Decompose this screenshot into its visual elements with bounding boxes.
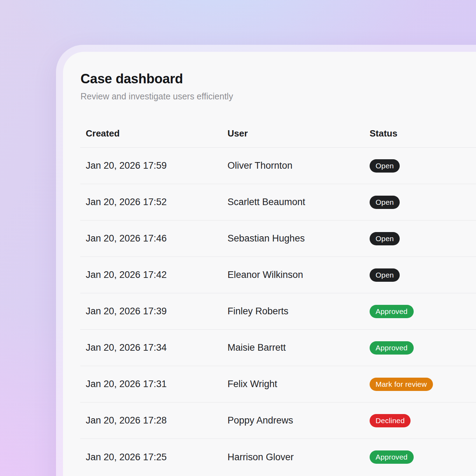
table-header-row: CreatedUserStatus (80, 120, 476, 148)
cell-status: Open (370, 196, 476, 209)
status-badge: Open (370, 232, 400, 245)
cell-created: Jan 20, 2026 17:31 (80, 379, 227, 390)
cell-status: Approved (370, 341, 476, 355)
cell-user: Poppy Andrews (227, 415, 370, 426)
column-header-created: Created (80, 128, 227, 139)
cell-created: Jan 20, 2026 17:42 (80, 270, 227, 280)
status-badge: Open (370, 196, 400, 209)
cell-created: Jan 20, 2026 17:34 (80, 342, 227, 353)
status-badge: Approved (370, 305, 414, 318)
cell-status: Open (370, 159, 476, 173)
status-badge: Declined (370, 414, 411, 427)
table-row[interactable]: Jan 20, 2026 17:59Oliver ThorntonOpen (80, 148, 476, 184)
cell-user: Harrison Glover (227, 452, 370, 463)
cell-created: Jan 20, 2026 17:25 (80, 452, 227, 463)
cell-created: Jan 20, 2026 17:59 (80, 160, 227, 171)
status-badge: Mark for review (370, 378, 433, 391)
cell-user: Maisie Barrett (227, 342, 370, 353)
table-row[interactable]: Jan 20, 2026 17:31Felix WrightMark for r… (80, 366, 476, 402)
card-halo: Case dashboard Review and investigate us… (56, 45, 476, 476)
case-dashboard-card: Case dashboard Review and investigate us… (63, 52, 476, 476)
cell-status: Mark for review (370, 378, 476, 391)
cell-status: Open (370, 268, 476, 282)
status-badge: Open (370, 159, 400, 173)
cell-user: Finley Roberts (227, 306, 370, 317)
cell-status: Approved (370, 305, 476, 318)
page-title: Case dashboard (80, 71, 476, 87)
cases-table: CreatedUserStatus Jan 20, 2026 17:59Oliv… (80, 120, 476, 475)
cell-status: Open (370, 232, 476, 245)
cell-status: Declined (370, 414, 476, 427)
status-badge: Approved (370, 341, 414, 355)
status-badge: Open (370, 268, 400, 282)
cell-status: Approved (370, 450, 476, 464)
cell-user: Eleanor Wilkinson (227, 270, 370, 280)
cell-user: Oliver Thornton (227, 160, 370, 171)
cell-created: Jan 20, 2026 17:46 (80, 233, 227, 244)
cell-created: Jan 20, 2026 17:39 (80, 306, 227, 317)
column-header-user: User (227, 128, 370, 139)
table-row[interactable]: Jan 20, 2026 17:39Finley RobertsApproved (80, 293, 476, 330)
table-row[interactable]: Jan 20, 2026 17:34Maisie BarrettApproved (80, 330, 476, 366)
table-row[interactable]: Jan 20, 2026 17:46Sebastian HughesOpen (80, 220, 476, 257)
cell-user: Scarlett Beaumont (227, 197, 370, 208)
table-row[interactable]: Jan 20, 2026 17:25Harrison GloverApprove… (80, 439, 476, 475)
page-subtitle: Review and investigate users efficiently (80, 91, 476, 102)
cell-user: Felix Wright (227, 379, 370, 390)
table-body: Jan 20, 2026 17:59Oliver ThorntonOpenJan… (80, 148, 476, 475)
cell-user: Sebastian Hughes (227, 233, 370, 244)
table-row[interactable]: Jan 20, 2026 17:42Eleanor WilkinsonOpen (80, 257, 476, 293)
table-row[interactable]: Jan 20, 2026 17:28Poppy AndrewsDeclined (80, 402, 476, 439)
column-header-status: Status (370, 128, 476, 139)
cell-created: Jan 20, 2026 17:52 (80, 197, 227, 208)
status-badge: Approved (370, 450, 414, 464)
cell-created: Jan 20, 2026 17:28 (80, 415, 227, 426)
table-row[interactable]: Jan 20, 2026 17:52Scarlett BeaumontOpen (80, 184, 476, 220)
page-background: { "page": { "title": "Case dashboard", "… (0, 0, 476, 476)
